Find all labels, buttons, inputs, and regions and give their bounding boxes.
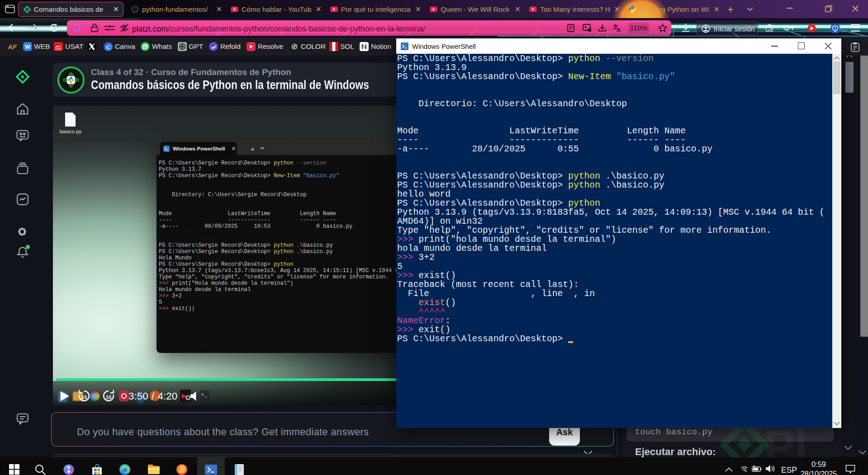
svg-text:W: W bbox=[25, 43, 31, 50]
svg-text:15: 15 bbox=[81, 394, 87, 400]
svg-text:A: A bbox=[617, 27, 621, 33]
svg-text:USAT: USAT bbox=[55, 47, 62, 50]
svg-text:C: C bbox=[106, 43, 110, 50]
svg-text:15: 15 bbox=[106, 394, 112, 400]
